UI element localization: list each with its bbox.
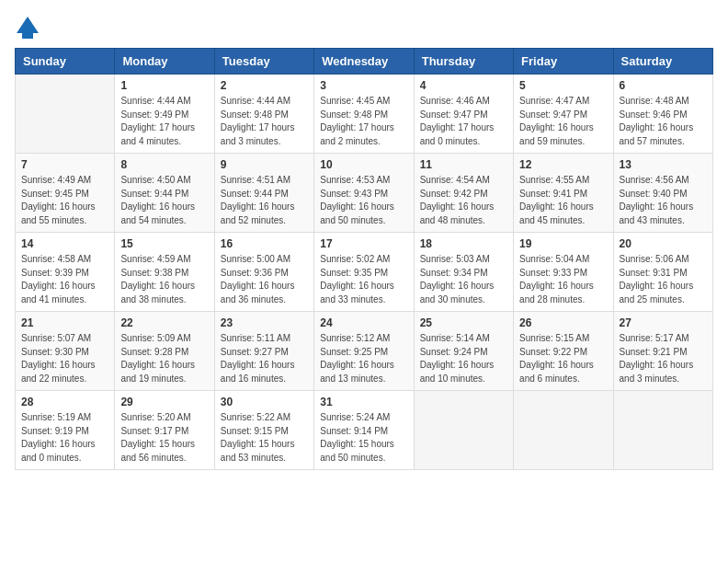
day-info: Sunrise: 5:03 AM Sunset: 9:34 PM Dayligh…	[420, 253, 507, 306]
day-cell: 7Sunrise: 4:49 AM Sunset: 9:45 PM Daylig…	[16, 154, 115, 233]
day-info: Sunrise: 5:02 AM Sunset: 9:35 PM Dayligh…	[320, 253, 407, 306]
day-cell: 31Sunrise: 5:24 AM Sunset: 9:14 PM Dayli…	[314, 391, 414, 470]
day-cell: 29Sunrise: 5:20 AM Sunset: 9:17 PM Dayli…	[115, 391, 214, 470]
week-row-1: 1Sunrise: 4:44 AM Sunset: 9:49 PM Daylig…	[16, 75, 713, 154]
day-info: Sunrise: 4:51 AM Sunset: 9:44 PM Dayligh…	[221, 174, 308, 227]
day-cell: 15Sunrise: 4:59 AM Sunset: 9:38 PM Dayli…	[115, 233, 214, 312]
day-number: 6	[620, 79, 707, 92]
header-monday: Monday	[115, 49, 214, 75]
day-info: Sunrise: 5:04 AM Sunset: 9:33 PM Dayligh…	[519, 253, 607, 306]
day-info: Sunrise: 5:12 AM Sunset: 9:25 PM Dayligh…	[320, 332, 407, 385]
day-cell: 5Sunrise: 4:47 AM Sunset: 9:47 PM Daylig…	[514, 75, 613, 154]
day-cell: 14Sunrise: 4:58 AM Sunset: 9:39 PM Dayli…	[16, 233, 115, 312]
day-number: 20	[620, 237, 707, 250]
day-number: 15	[120, 237, 208, 250]
day-info: Sunrise: 5:17 AM Sunset: 9:21 PM Dayligh…	[620, 332, 707, 385]
day-number: 12	[519, 158, 607, 171]
day-cell: 6Sunrise: 4:48 AM Sunset: 9:46 PM Daylig…	[613, 75, 712, 154]
day-cell: 18Sunrise: 5:03 AM Sunset: 9:34 PM Dayli…	[414, 233, 513, 312]
week-row-5: 28Sunrise: 5:19 AM Sunset: 9:19 PM Dayli…	[16, 391, 713, 470]
day-number: 4	[420, 79, 507, 92]
header-sunday: Sunday	[16, 49, 115, 75]
day-cell: 30Sunrise: 5:22 AM Sunset: 9:15 PM Dayli…	[214, 391, 313, 470]
day-info: Sunrise: 4:46 AM Sunset: 9:47 PM Dayligh…	[420, 95, 507, 148]
day-number: 8	[120, 158, 208, 171]
day-info: Sunrise: 5:11 AM Sunset: 9:27 PM Dayligh…	[221, 332, 308, 385]
day-info: Sunrise: 4:50 AM Sunset: 9:44 PM Dayligh…	[120, 174, 208, 227]
day-cell: 27Sunrise: 5:17 AM Sunset: 9:21 PM Dayli…	[613, 312, 712, 391]
day-info: Sunrise: 4:44 AM Sunset: 9:48 PM Dayligh…	[221, 95, 308, 148]
calendar-table: SundayMondayTuesdayWednesdayThursdayFrid…	[15, 48, 713, 470]
day-cell: 17Sunrise: 5:02 AM Sunset: 9:35 PM Dayli…	[314, 233, 414, 312]
day-info: Sunrise: 4:58 AM Sunset: 9:39 PM Dayligh…	[21, 253, 108, 306]
day-number: 28	[21, 396, 108, 408]
day-info: Sunrise: 4:44 AM Sunset: 9:49 PM Dayligh…	[120, 95, 208, 148]
day-cell: 20Sunrise: 5:06 AM Sunset: 9:31 PM Dayli…	[613, 233, 712, 312]
day-cell	[613, 391, 712, 470]
day-cell: 1Sunrise: 4:44 AM Sunset: 9:49 PM Daylig…	[115, 75, 214, 154]
day-number: 17	[320, 237, 407, 250]
day-info: Sunrise: 5:07 AM Sunset: 9:30 PM Dayligh…	[21, 332, 108, 385]
day-number: 14	[21, 237, 108, 250]
day-info: Sunrise: 5:19 AM Sunset: 9:19 PM Dayligh…	[21, 411, 108, 465]
day-number: 19	[519, 237, 607, 250]
day-number: 30	[221, 396, 308, 408]
day-number: 29	[120, 396, 208, 408]
day-info: Sunrise: 5:15 AM Sunset: 9:22 PM Dayligh…	[519, 332, 607, 385]
day-info: Sunrise: 5:09 AM Sunset: 9:28 PM Dayligh…	[120, 332, 208, 385]
day-cell: 24Sunrise: 5:12 AM Sunset: 9:25 PM Dayli…	[314, 312, 414, 391]
day-number: 2	[221, 79, 308, 92]
day-info: Sunrise: 4:49 AM Sunset: 9:45 PM Dayligh…	[21, 174, 108, 227]
day-cell: 11Sunrise: 4:54 AM Sunset: 9:42 PM Dayli…	[414, 154, 513, 233]
day-info: Sunrise: 5:06 AM Sunset: 9:31 PM Dayligh…	[620, 253, 707, 306]
svg-marker-0	[17, 17, 39, 33]
day-cell: 19Sunrise: 5:04 AM Sunset: 9:33 PM Dayli…	[514, 233, 613, 312]
day-number: 25	[420, 316, 507, 329]
day-cell: 28Sunrise: 5:19 AM Sunset: 9:19 PM Dayli…	[16, 391, 115, 470]
day-info: Sunrise: 4:53 AM Sunset: 9:43 PM Dayligh…	[320, 174, 407, 227]
day-number: 3	[320, 79, 407, 92]
day-info: Sunrise: 4:45 AM Sunset: 9:48 PM Dayligh…	[320, 95, 407, 148]
day-number: 7	[21, 158, 108, 171]
svg-rect-1	[22, 33, 33, 39]
header-saturday: Saturday	[613, 49, 712, 75]
day-number: 16	[221, 237, 308, 250]
day-cell: 16Sunrise: 5:00 AM Sunset: 9:36 PM Dayli…	[214, 233, 313, 312]
day-info: Sunrise: 4:54 AM Sunset: 9:42 PM Dayligh…	[420, 174, 507, 227]
header-friday: Friday	[514, 49, 613, 75]
day-number: 27	[620, 316, 707, 329]
header-tuesday: Tuesday	[214, 49, 313, 75]
day-info: Sunrise: 5:00 AM Sunset: 9:36 PM Dayligh…	[221, 253, 308, 306]
day-info: Sunrise: 4:59 AM Sunset: 9:38 PM Dayligh…	[120, 253, 208, 306]
week-row-4: 21Sunrise: 5:07 AM Sunset: 9:30 PM Dayli…	[16, 312, 713, 391]
day-number: 18	[420, 237, 507, 250]
header-thursday: Thursday	[414, 49, 513, 75]
day-cell: 9Sunrise: 4:51 AM Sunset: 9:44 PM Daylig…	[214, 154, 313, 233]
day-cell: 10Sunrise: 4:53 AM Sunset: 9:43 PM Dayli…	[314, 154, 414, 233]
day-info: Sunrise: 4:56 AM Sunset: 9:40 PM Dayligh…	[620, 174, 707, 227]
day-number: 22	[120, 316, 208, 329]
header-row: SundayMondayTuesdayWednesdayThursdayFrid…	[16, 49, 713, 75]
day-number: 5	[519, 79, 607, 92]
day-cell: 4Sunrise: 4:46 AM Sunset: 9:47 PM Daylig…	[414, 75, 513, 154]
day-cell: 26Sunrise: 5:15 AM Sunset: 9:22 PM Dayli…	[514, 312, 613, 391]
day-number: 10	[320, 158, 407, 171]
day-cell: 8Sunrise: 4:50 AM Sunset: 9:44 PM Daylig…	[115, 154, 214, 233]
week-row-3: 14Sunrise: 4:58 AM Sunset: 9:39 PM Dayli…	[16, 233, 713, 312]
day-number: 1	[120, 79, 208, 92]
day-number: 24	[320, 316, 407, 329]
day-cell: 13Sunrise: 4:56 AM Sunset: 9:40 PM Dayli…	[613, 154, 712, 233]
day-number: 11	[420, 158, 507, 171]
logo-icon	[15, 15, 40, 40]
day-cell: 23Sunrise: 5:11 AM Sunset: 9:27 PM Dayli…	[214, 312, 313, 391]
day-cell: 12Sunrise: 4:55 AM Sunset: 9:41 PM Dayli…	[514, 154, 613, 233]
day-number: 9	[221, 158, 308, 171]
day-cell	[514, 391, 613, 470]
day-cell	[16, 75, 115, 154]
header-wednesday: Wednesday	[314, 49, 414, 75]
week-row-2: 7Sunrise: 4:49 AM Sunset: 9:45 PM Daylig…	[16, 154, 713, 233]
day-cell: 21Sunrise: 5:07 AM Sunset: 9:30 PM Dayli…	[16, 312, 115, 391]
page-header	[15, 15, 713, 40]
logo	[15, 15, 44, 40]
day-info: Sunrise: 4:47 AM Sunset: 9:47 PM Dayligh…	[519, 95, 607, 148]
